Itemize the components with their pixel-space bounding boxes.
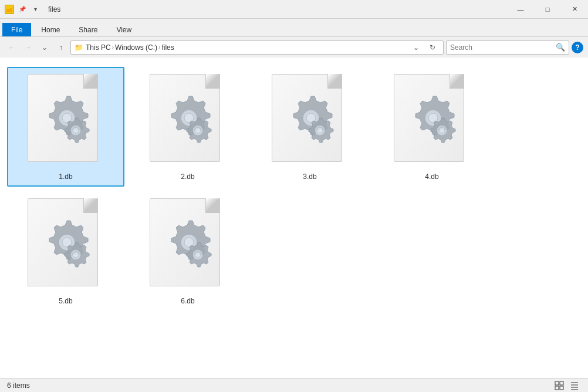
gear-icon (398, 86, 463, 150)
large-icon-view-button[interactable] (553, 380, 566, 391)
quick-access-toolbar: 📌 ▾ (16, 4, 41, 15)
search-input[interactable] (450, 43, 553, 52)
ribbon-tabs: File Home Share View (0, 19, 588, 36)
file-label: 2.db (181, 173, 194, 181)
file-icon (272, 74, 348, 168)
file-item[interactable]: 2.db (129, 67, 246, 187)
svg-point-17 (439, 127, 445, 133)
svg-rect-1 (6, 7, 10, 9)
recent-button[interactable]: ⌄ (38, 40, 52, 55)
file-icon (394, 74, 470, 168)
app-icon (5, 5, 14, 14)
breadcrumb-windows[interactable]: Windows (C:) (115, 43, 157, 52)
file-label: 5.db (59, 297, 72, 305)
tab-file[interactable]: File (2, 23, 31, 36)
quick-pin-button[interactable]: 📌 (16, 4, 28, 15)
svg-rect-29 (560, 386, 563, 390)
detail-view-button[interactable] (568, 380, 581, 391)
up-button[interactable]: ↑ (54, 40, 68, 55)
window-title: files (48, 5, 507, 13)
svg-rect-27 (560, 381, 563, 385)
svg-point-21 (73, 252, 79, 258)
maximize-button[interactable]: □ (534, 0, 561, 19)
svg-rect-0 (6, 8, 12, 12)
breadcrumb-sep-1: › (112, 44, 114, 50)
file-label: 3.db (303, 173, 316, 181)
breadcrumb-sep-2: › (158, 44, 160, 50)
file-label: 6.db (181, 297, 194, 305)
search-box[interactable]: 🔍 (446, 40, 569, 55)
svg-point-13 (317, 127, 323, 133)
file-item[interactable]: 3.db (251, 67, 369, 187)
file-item[interactable]: 6.db (129, 191, 246, 311)
breadcrumb-thispc[interactable]: This PC (86, 43, 111, 52)
file-label: 1.db (59, 173, 72, 181)
tab-home[interactable]: Home (32, 23, 69, 36)
main-content: 1.db (0, 58, 588, 378)
gear-icon (154, 86, 219, 150)
file-icon (150, 198, 226, 292)
folder-icon: 📁 (75, 43, 83, 52)
minimize-button[interactable]: — (507, 0, 534, 19)
file-grid: 1.db (5, 65, 583, 313)
item-count: 6 items (7, 381, 30, 390)
refresh-button[interactable]: ↻ (425, 40, 440, 55)
close-button[interactable]: ✕ (561, 0, 588, 19)
breadcrumb-files[interactable]: files (161, 43, 174, 52)
file-icon (28, 198, 104, 292)
title-controls: — □ ✕ (507, 0, 588, 19)
quick-dropdown-button[interactable]: ▾ (29, 4, 41, 15)
svg-rect-28 (555, 386, 559, 390)
file-icon (28, 74, 104, 168)
help-button[interactable]: ? (572, 42, 583, 53)
title-bar-icons: 📌 ▾ (5, 4, 43, 15)
gear-icon (276, 86, 341, 150)
back-button[interactable]: ← (5, 40, 19, 55)
tab-view[interactable]: View (107, 23, 140, 36)
status-bar: 6 items (0, 378, 588, 392)
address-bar-input[interactable]: 📁 This PC › Windows (C:) › files ⌄ ↻ (70, 40, 444, 55)
file-label: 4.db (425, 173, 438, 181)
title-bar: 📌 ▾ files — □ ✕ (0, 0, 588, 19)
address-bar: ← → ⌄ ↑ 📁 This PC › Windows (C:) › files… (0, 37, 588, 58)
file-item[interactable]: 5.db (7, 191, 124, 311)
gear-icon (154, 210, 219, 275)
view-buttons (553, 380, 581, 391)
file-item[interactable]: 1.db (7, 67, 124, 187)
svg-point-25 (195, 252, 201, 258)
svg-point-5 (73, 127, 79, 133)
gear-icon (32, 86, 97, 150)
svg-point-9 (195, 127, 201, 133)
ribbon: File Home Share View (0, 19, 588, 37)
breadcrumb: This PC › Windows (C:) › files (86, 43, 174, 52)
file-icon (150, 74, 226, 168)
tab-share[interactable]: Share (70, 23, 106, 36)
search-icon: 🔍 (556, 43, 565, 52)
address-dropdown-button[interactable]: ⌄ (409, 40, 423, 55)
svg-rect-26 (555, 381, 559, 385)
forward-button[interactable]: → (21, 40, 35, 55)
gear-icon (32, 210, 97, 275)
file-item[interactable]: 4.db (373, 67, 491, 187)
